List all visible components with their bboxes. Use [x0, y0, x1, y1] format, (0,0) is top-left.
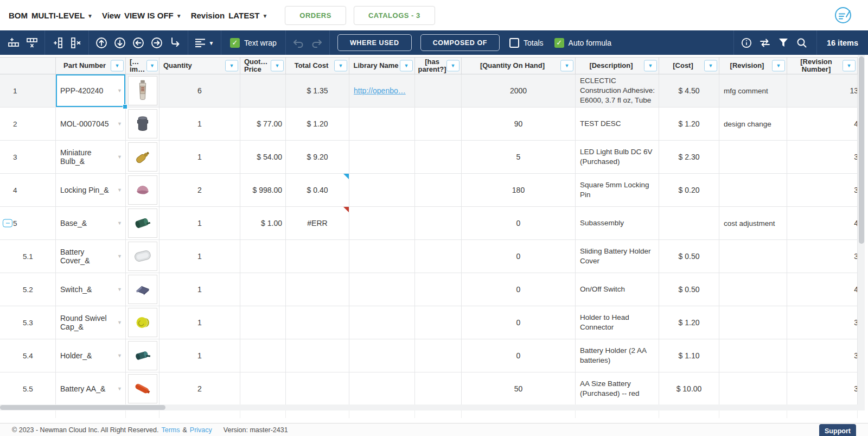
- description-cell[interactable]: LED Light Bulb DC 6V (Purchased): [576, 141, 659, 174]
- revision-cell[interactable]: [719, 372, 787, 406]
- quantity-on-hand-cell[interactable]: 0: [462, 240, 576, 273]
- row-number-cell[interactable]: 5.1: [0, 240, 56, 273]
- has-parent-cell[interactable]: [415, 108, 462, 141]
- part-image-cell[interactable]: [126, 273, 159, 306]
- quantity-on-hand-cell[interactable]: 0: [462, 207, 576, 240]
- row-number-cell[interactable]: 5: [0, 207, 56, 240]
- move-down-icon[interactable]: [111, 34, 129, 52]
- description-cell[interactable]: On/Off Switch: [576, 273, 659, 306]
- part-number-cell[interactable]: Round Swivel Cap_&▼: [56, 306, 126, 339]
- revision-cell[interactable]: mfg comment: [719, 74, 787, 108]
- battery-thumbnail[interactable]: [128, 374, 157, 403]
- column-header-total[interactable]: Total Cost▼: [286, 58, 349, 74]
- auto-formula-checkbox[interactable]: ✓ Auto formula: [554, 38, 611, 48]
- swivel-cap-thumbnail[interactable]: [128, 308, 157, 337]
- composed-of-button[interactable]: COMPOSED OF: [420, 34, 500, 51]
- quote-price-cell[interactable]: [240, 273, 286, 306]
- revision-cell[interactable]: design change: [719, 108, 787, 141]
- part-image-cell[interactable]: [126, 306, 159, 339]
- filter-button-qty[interactable]: ▼: [225, 60, 238, 72]
- quantity-cell[interactable]: 1: [159, 273, 240, 306]
- total-cost-cell[interactable]: [286, 273, 349, 306]
- quantity-cell[interactable]: 1: [159, 306, 240, 339]
- row-number-cell[interactable]: 5.2: [0, 273, 56, 306]
- switch-thumbnail[interactable]: [128, 275, 157, 304]
- has-parent-cell[interactable]: [415, 306, 462, 339]
- quote-price-cell[interactable]: [240, 240, 286, 273]
- cost-cell[interactable]: $ 1.10: [659, 339, 719, 372]
- column-header-desc[interactable]: [Description]▼: [576, 58, 659, 74]
- revision-number-cell[interactable]: 4: [787, 108, 858, 141]
- description-cell[interactable]: Holder to Head Connector: [576, 306, 659, 339]
- text-align-menu-icon[interactable]: ▼: [192, 34, 218, 52]
- column-header-quote[interactable]: Quot…Price▼: [240, 58, 286, 74]
- vertical-scrollbar-thumb[interactable]: [859, 56, 864, 244]
- base-cylinder-thumbnail[interactable]: [128, 208, 157, 238]
- row-number-cell[interactable]: 3: [0, 141, 56, 174]
- quantity-on-hand-cell[interactable]: 0: [462, 339, 576, 372]
- assistant-notes-icon[interactable]: [832, 4, 854, 26]
- quantity-cell[interactable]: 2: [159, 174, 240, 207]
- part-number-cell[interactable]: Locking Pin_&▼: [56, 174, 126, 207]
- column-header-qty[interactable]: Quantity▼: [159, 58, 240, 74]
- has-parent-cell[interactable]: [415, 339, 462, 372]
- cost-cell[interactable]: $ 1.20: [659, 306, 719, 339]
- revision-cell[interactable]: [719, 141, 787, 174]
- total-cost-cell[interactable]: [286, 372, 349, 406]
- revision-cell[interactable]: [719, 174, 787, 207]
- cost-cell[interactable]: [659, 207, 719, 240]
- description-cell[interactable]: Battery Holder (2 AA batteries): [576, 339, 659, 372]
- quote-price-cell[interactable]: [240, 306, 286, 339]
- cost-cell[interactable]: $ 1.20: [659, 108, 719, 141]
- has-parent-cell[interactable]: [415, 240, 462, 273]
- description-cell[interactable]: TEST DESC: [576, 108, 659, 141]
- bulb-thumbnail[interactable]: [128, 142, 157, 172]
- library-name-cell[interactable]: [349, 273, 415, 306]
- part-number-cell[interactable]: Battery Cover_&▼: [56, 240, 126, 273]
- revision-number-cell[interactable]: 3: [787, 141, 858, 174]
- filter-button-part[interactable]: ▼: [111, 60, 124, 72]
- has-parent-cell[interactable]: [415, 273, 462, 306]
- revision-cell[interactable]: cost adjustment: [719, 207, 787, 240]
- part-image-cell[interactable]: [126, 339, 159, 372]
- filter-button-revnum[interactable]: ▼: [843, 60, 856, 72]
- quote-price-cell[interactable]: $ 998.00: [240, 174, 286, 207]
- library-name-cell[interactable]: [349, 108, 415, 141]
- library-link[interactable]: http://openbo…: [354, 86, 406, 95]
- quantity-on-hand-cell[interactable]: 90: [462, 108, 576, 141]
- quantity-on-hand-cell[interactable]: 0: [462, 306, 576, 339]
- column-header-revision[interactable]: [Revision]▼: [719, 58, 787, 74]
- library-name-cell[interactable]: [349, 306, 415, 339]
- cost-cell[interactable]: $ 0.50: [659, 273, 719, 306]
- description-cell[interactable]: Subassembly: [576, 207, 659, 240]
- privacy-link[interactable]: Privacy: [190, 426, 212, 434]
- part-image-cell[interactable]: [126, 141, 159, 174]
- total-cost-cell[interactable]: [286, 240, 349, 273]
- revision-cell[interactable]: [719, 306, 787, 339]
- filter-button-total[interactable]: ▼: [334, 60, 347, 72]
- library-name-cell[interactable]: [349, 240, 415, 273]
- revision-number-cell[interactable]: 3: [787, 174, 858, 207]
- compare-arrows-icon[interactable]: [756, 34, 774, 52]
- quantity-cell[interactable]: 1: [159, 108, 240, 141]
- revision-cell[interactable]: [719, 273, 787, 306]
- move-right-icon[interactable]: [148, 34, 166, 52]
- part-number-cell[interactable]: Battery AA_&▼: [56, 372, 126, 406]
- revision-number-cell[interactable]: 4: [787, 207, 858, 240]
- row-number-cell[interactable]: 4: [0, 174, 56, 207]
- revision-number-cell[interactable]: 3: [787, 240, 858, 273]
- collapse-row-icon[interactable]: [3, 219, 12, 228]
- part-number-cell[interactable]: MOL-0007045▼: [56, 108, 126, 141]
- filter-button-library[interactable]: ▼: [400, 60, 413, 72]
- quantity-cell[interactable]: 1: [159, 207, 240, 240]
- filter-button-qoh[interactable]: ▼: [560, 60, 573, 72]
- quote-price-cell[interactable]: [240, 372, 286, 406]
- description-cell[interactable]: Sliding Battery Holder Cover: [576, 240, 659, 273]
- description-cell[interactable]: AA Size Battery (Purchased) -- red: [576, 372, 659, 406]
- quote-price-cell[interactable]: $ 1.00: [240, 207, 286, 240]
- column-header-revnum[interactable]: [RevisionNumber]▼: [787, 58, 858, 74]
- part-image-cell[interactable]: [126, 240, 159, 273]
- part-image-cell[interactable]: [126, 372, 159, 406]
- description-cell[interactable]: ECLECTIC Construction Adhesive: E6000, 3…: [576, 74, 659, 108]
- glue-tube-thumbnail[interactable]: [128, 76, 157, 105]
